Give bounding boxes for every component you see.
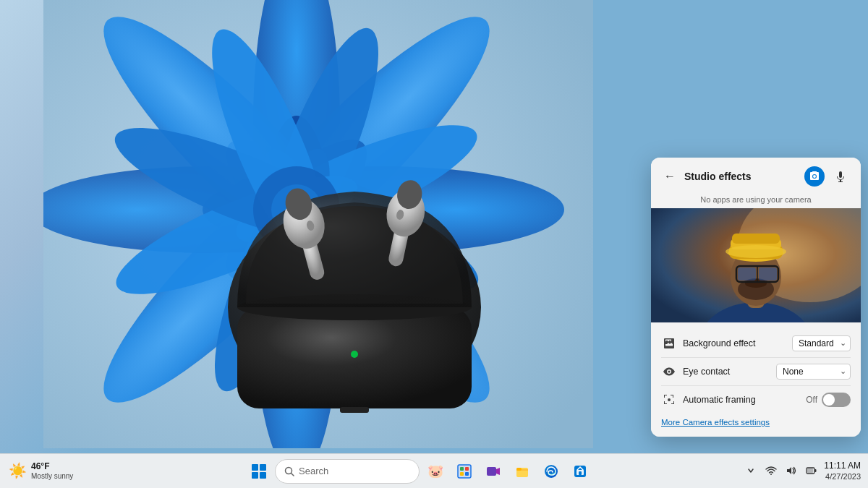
camera-preview: [651, 208, 861, 322]
svg-rect-64: [516, 468, 522, 471]
svg-rect-71: [807, 468, 813, 473]
studio-effects-panel: ← Studio effects No apps are using your …: [651, 158, 861, 437]
taskbar: ☀️ 46°F Mostly sunny: [0, 453, 868, 488]
eye-contact-control[interactable]: None Standard Teleprompter: [776, 364, 851, 380]
toggle-knob: [823, 394, 835, 406]
show-hidden-icons-button[interactable]: [743, 463, 759, 479]
svg-rect-59: [460, 472, 464, 476]
taskbar-app-piggy[interactable]: 🐷: [422, 458, 448, 484]
wifi-icon[interactable]: [763, 463, 779, 479]
eye-contact-row: Eye contact None Standard Teleprompter: [661, 358, 851, 386]
clock-time: 11:11 AM: [824, 461, 861, 472]
svg-rect-58: [465, 467, 469, 471]
taskbar-center: Search 🐷: [116, 458, 723, 484]
automatic-framing-icon: [661, 392, 677, 408]
taskbar-right: 11:11 AM 4/27/2023: [723, 461, 868, 482]
eye-contact-label: Eye contact: [683, 367, 776, 377]
svg-rect-60: [465, 472, 469, 476]
search-icon: [284, 466, 294, 476]
weather-widget[interactable]: ☀️ 46°F Mostly sunny: [9, 461, 73, 480]
panel-header-icons: [804, 166, 851, 187]
eye-contact-icon: [661, 364, 677, 380]
weather-temp: 46°F: [31, 461, 73, 471]
weather-icon: ☀️: [9, 462, 27, 479]
weather-description: Mostly sunny: [31, 472, 73, 481]
weather-text: 46°F Mostly sunny: [31, 461, 73, 480]
svg-rect-52: [260, 472, 266, 479]
automatic-framing-value: Off: [806, 395, 817, 405]
volume-icon[interactable]: [783, 463, 799, 479]
background-effect-row: Background effect Standard Blur None: [661, 330, 851, 358]
camera-icon-button[interactable]: [804, 166, 825, 187]
panel-header: ← Studio effects: [651, 158, 861, 192]
desktop: ← Studio effects No apps are using your …: [0, 0, 868, 488]
svg-rect-57: [460, 467, 464, 471]
mic-icon-button[interactable]: [830, 166, 851, 187]
airpods-image: [203, 141, 506, 423]
taskbar-app-photos[interactable]: [451, 458, 477, 484]
panel-title: Studio effects: [684, 171, 799, 182]
svg-rect-42: [759, 267, 777, 281]
svg-point-22: [351, 351, 358, 358]
more-camera-settings-link[interactable]: More Camera effects settings: [661, 414, 851, 429]
taskbar-app-files[interactable]: [509, 458, 535, 484]
search-bar[interactable]: Search: [275, 459, 420, 484]
automatic-framing-toggle[interactable]: [822, 393, 851, 407]
svg-rect-23: [340, 407, 369, 413]
panel-settings: Background effect Standard Blur None: [651, 322, 861, 437]
taskbar-app-store[interactable]: [567, 458, 593, 484]
automatic-framing-row: Automatic framing Off: [661, 386, 851, 414]
taskbar-app-meet[interactable]: [480, 458, 506, 484]
back-button[interactable]: ←: [661, 168, 678, 185]
svg-rect-61: [487, 467, 496, 476]
background-effect-control[interactable]: Standard Blur None: [792, 335, 851, 351]
svg-marker-62: [496, 468, 500, 475]
svg-point-47: [726, 245, 786, 258]
svg-rect-46: [732, 234, 780, 244]
clock-date: 4/27/2023: [824, 471, 861, 481]
start-button[interactable]: [246, 458, 272, 484]
svg-rect-68: [579, 471, 582, 475]
automatic-framing-label: Automatic framing: [683, 395, 806, 405]
background-effect-label: Background effect: [683, 338, 792, 348]
svg-line-54: [292, 473, 294, 476]
svg-rect-70: [814, 469, 817, 472]
system-clock[interactable]: 11:11 AM 4/27/2023: [824, 461, 861, 482]
taskbar-left: ☀️ 46°F Mostly sunny: [0, 461, 116, 480]
svg-rect-50: [260, 464, 266, 471]
eye-contact-dropdown[interactable]: None Standard Teleprompter: [776, 364, 851, 380]
taskbar-app-edge[interactable]: [538, 458, 564, 484]
svg-rect-55: [458, 465, 471, 478]
svg-rect-51: [252, 472, 258, 479]
search-bar-placeholder: Search: [299, 466, 328, 476]
camera-tray-icon[interactable]: [804, 463, 820, 479]
background-effect-dropdown[interactable]: Standard Blur None: [792, 335, 851, 351]
camera-status-text: No apps are using your camera: [651, 192, 861, 208]
svg-rect-49: [252, 464, 258, 471]
background-effect-icon: [661, 335, 677, 351]
svg-rect-41: [738, 267, 756, 281]
automatic-framing-control: Off: [806, 393, 851, 407]
svg-point-48: [668, 371, 671, 373]
